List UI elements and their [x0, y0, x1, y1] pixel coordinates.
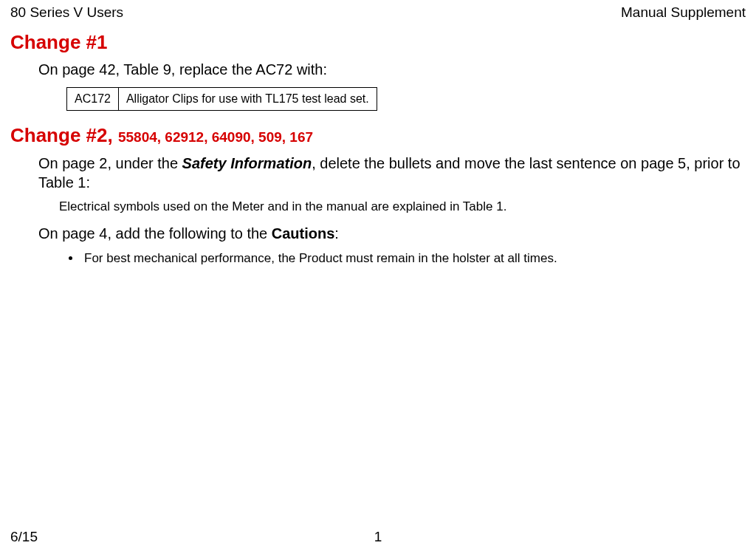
footer-left: 6/15	[10, 529, 38, 545]
change2-para2-pre: On page 4, add the following to the	[38, 225, 272, 242]
page-header: 80 Series V Users Manual Supplement	[10, 4, 746, 21]
change2-title-main: Change #2,	[10, 124, 118, 146]
header-right: Manual Supplement	[621, 4, 746, 21]
change2-para1: On page 2, under the Safety Information,…	[38, 154, 746, 192]
change2-para2-b: Cautions	[272, 225, 335, 242]
change2-para1-em: Safety Information	[182, 155, 312, 171]
table-cell-code: AC172	[67, 88, 119, 111]
change2-body: On page 2, under the Safety Information,…	[38, 154, 746, 266]
footer-page-number: 1	[374, 529, 382, 545]
change2-subtext: Electrical symbols used on the Meter and…	[59, 199, 746, 214]
change1-heading: Change #1	[10, 31, 746, 54]
change2-heading: Change #2, 55804, 62912, 64090, 509, 167	[10, 124, 746, 147]
table-row: AC172 Alligator Clips for use with TL175…	[67, 88, 377, 111]
list-item: For best mechanical performance, the Pro…	[81, 251, 746, 266]
change2-para2: On page 4, add the following to the Caut…	[38, 225, 746, 244]
change2-title-codes: 55804, 62912, 64090, 509, 167	[118, 129, 313, 145]
change1-table: AC172 Alligator Clips for use with TL175…	[66, 87, 377, 111]
change2-para1-pre: On page 2, under the	[38, 155, 182, 171]
change1-body: On page 42, Table 9, replace the AC72 wi…	[38, 61, 746, 111]
table-cell-desc: Alligator Clips for use with TL175 test …	[118, 88, 377, 111]
page: 80 Series V Users Manual Supplement Chan…	[0, 0, 756, 551]
page-footer: 6/15 1	[10, 529, 746, 545]
change2-bullets: For best mechanical performance, the Pro…	[61, 251, 746, 266]
change1-intro: On page 42, Table 9, replace the AC72 wi…	[38, 61, 746, 78]
header-left: 80 Series V Users	[10, 4, 123, 21]
change2-para2-post: :	[334, 225, 339, 242]
